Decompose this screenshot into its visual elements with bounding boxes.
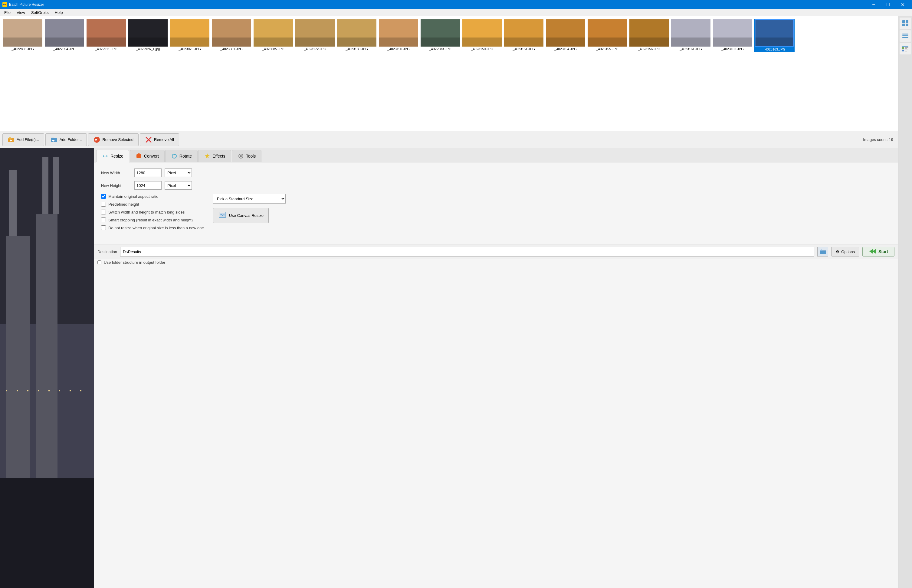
image-label: _4023172.JPG — [304, 47, 326, 51]
right-controls: Pick a Standard Size640x480800x6001024x7… — [213, 194, 286, 223]
maximize-button[interactable]: □ — [881, 0, 895, 9]
options-button[interactable]: ⚙ Options — [831, 247, 859, 257]
image-item[interactable]: _4023172.JPG — [295, 19, 335, 52]
standard-size-row: Pick a Standard Size640x480800x6001024x7… — [213, 194, 286, 204]
preview-pane — [0, 148, 94, 588]
image-item[interactable]: _4023150.JPG — [462, 19, 502, 52]
dest-browse-button[interactable] — [817, 247, 828, 257]
remove-all-button[interactable]: Remove All — [140, 133, 179, 146]
image-label: _4022983.JPG — [429, 47, 451, 51]
bottom-section: ResizeConvertRotateEffectsTools New Widt… — [0, 148, 898, 588]
image-item[interactable]: _4023180.JPG — [336, 19, 377, 52]
left-content: _4022893.JPG_4022894.JPG_4022911.JPG_402… — [0, 16, 898, 588]
remove-all-label: Remove All — [154, 137, 174, 142]
menu-item-file[interactable]: File — [1, 10, 14, 15]
maintain-aspect-checkbox[interactable] — [101, 194, 106, 199]
width-input[interactable] — [134, 168, 162, 177]
maintain-aspect-label: Maintain original aspect ratio — [108, 194, 158, 199]
image-label: _4023085.JPG — [262, 47, 284, 51]
remove-selected-button[interactable]: Remove Selected — [88, 133, 139, 146]
svg-rect-23 — [906, 20, 908, 23]
svg-rect-28 — [902, 37, 908, 38]
width-unit-select[interactable]: PixelPercentInchCm — [165, 168, 192, 177]
svg-rect-5 — [10, 140, 12, 141]
image-label: _4023155.JPG — [596, 47, 618, 51]
image-label: _4023161.JPG — [680, 47, 702, 51]
image-item[interactable]: _4023162.JPG — [712, 19, 753, 52]
image-item[interactable]: _4022983.JPG — [420, 19, 461, 52]
close-button[interactable]: ✕ — [896, 0, 910, 9]
menu-item-view[interactable]: View — [14, 10, 28, 15]
image-item[interactable]: _4023151.JPG — [503, 19, 544, 52]
tab-label: Resize — [110, 153, 123, 158]
add-files-label: Add File(s)... — [17, 137, 39, 142]
image-item[interactable]: _4023081.JPG — [211, 19, 252, 52]
start-button[interactable]: Start — [862, 247, 894, 257]
image-item[interactable]: _4023075.JPG — [170, 19, 210, 52]
tab-icon — [102, 153, 108, 159]
do-not-resize-checkbox[interactable] — [101, 225, 106, 230]
image-item[interactable]: _4023156.JPG — [629, 19, 669, 52]
options-label: Options — [841, 250, 855, 254]
add-files-button[interactable]: Add File(s)... — [2, 133, 44, 146]
image-item[interactable]: _4023085.JPG — [253, 19, 294, 52]
image-label: _4023162.JPG — [721, 47, 744, 51]
start-label: Start — [878, 249, 888, 254]
tab-icon — [204, 153, 210, 159]
add-folder-label: Add Folder... — [60, 137, 82, 142]
canvas-resize-label: Use Canvas Resize — [229, 213, 264, 218]
destination-input[interactable] — [120, 247, 814, 257]
predefined-height-checkbox[interactable] — [101, 202, 106, 207]
image-item[interactable]: _4023161.JPG — [671, 19, 711, 52]
image-item[interactable]: _4022894.JPG — [44, 19, 85, 52]
menu-item-help[interactable]: Help — [52, 10, 66, 15]
height-unit-select[interactable]: PixelPercentInchCm — [165, 181, 192, 190]
details-view-button[interactable] — [900, 43, 911, 55]
add-folder-button[interactable]: Add Folder... — [45, 133, 87, 146]
image-item[interactable]: _4023155.JPG — [587, 19, 627, 52]
image-item[interactable]: _4023190.JPG — [378, 19, 419, 52]
toolbar: Add File(s)... Add Folder... — [0, 131, 898, 148]
minimize-button[interactable]: − — [867, 0, 881, 9]
tab-rotate[interactable]: Rotate — [165, 150, 197, 162]
tab-resize[interactable]: Resize — [96, 150, 129, 162]
do-not-resize-row: Do not resize when original size is less… — [101, 225, 204, 230]
svg-rect-30 — [902, 47, 904, 49]
list-view-button[interactable] — [900, 30, 911, 42]
image-item[interactable]: _4022926_1.jpg — [128, 19, 168, 52]
standard-size-select[interactable]: Pick a Standard Size640x480800x6001024x7… — [213, 194, 286, 204]
height-input[interactable] — [134, 181, 162, 190]
svg-rect-27 — [902, 36, 908, 36]
image-item[interactable]: _4023154.JPG — [545, 19, 586, 52]
thumbnail-view-button[interactable] — [900, 18, 911, 29]
image-item[interactable]: _4023163.JPG — [754, 19, 795, 52]
use-canvas-resize-button[interactable]: Use Canvas Resize — [213, 208, 269, 223]
smart-cropping-checkbox[interactable] — [101, 218, 106, 222]
width-label: New Width — [101, 171, 131, 175]
right-sidebar — [898, 16, 912, 588]
smart-cropping-label: Smart cropping (result in exact width an… — [108, 218, 193, 222]
svg-point-17 — [240, 155, 242, 157]
remove-all-icon — [145, 136, 152, 143]
image-label: _4023163.JPG — [762, 47, 786, 52]
svg-rect-35 — [905, 51, 907, 52]
image-item[interactable]: _4022911.JPG — [86, 19, 126, 52]
tab-tools[interactable]: Tools — [232, 150, 262, 162]
switch-dimensions-checkbox[interactable] — [101, 210, 106, 215]
destination-section: Destination ⚙ Options — [94, 244, 898, 266]
image-grid-container[interactable]: _4022893.JPG_4022894.JPG_4022911.JPG_402… — [0, 16, 898, 131]
svg-rect-7 — [52, 141, 55, 141]
folder-structure-row: Use folder structure in output folder — [94, 259, 898, 266]
tab-convert[interactable]: Convert — [130, 150, 165, 162]
menu-item-softorbits[interactable]: SoftOrbits — [28, 10, 52, 15]
svg-rect-25 — [906, 24, 908, 26]
tab-effects[interactable]: Effects — [198, 150, 231, 162]
image-label: _4023081.JPG — [220, 47, 243, 51]
svg-marker-3 — [8, 137, 12, 139]
folder-structure-label: Use folder structure in output folder — [104, 260, 165, 265]
folder-structure-checkbox[interactable] — [97, 260, 101, 264]
image-label: _4023190.JPG — [387, 47, 409, 51]
image-item[interactable]: _4022893.JPG — [2, 19, 43, 52]
preview-canvas — [0, 148, 94, 588]
svg-rect-31 — [905, 47, 908, 48]
